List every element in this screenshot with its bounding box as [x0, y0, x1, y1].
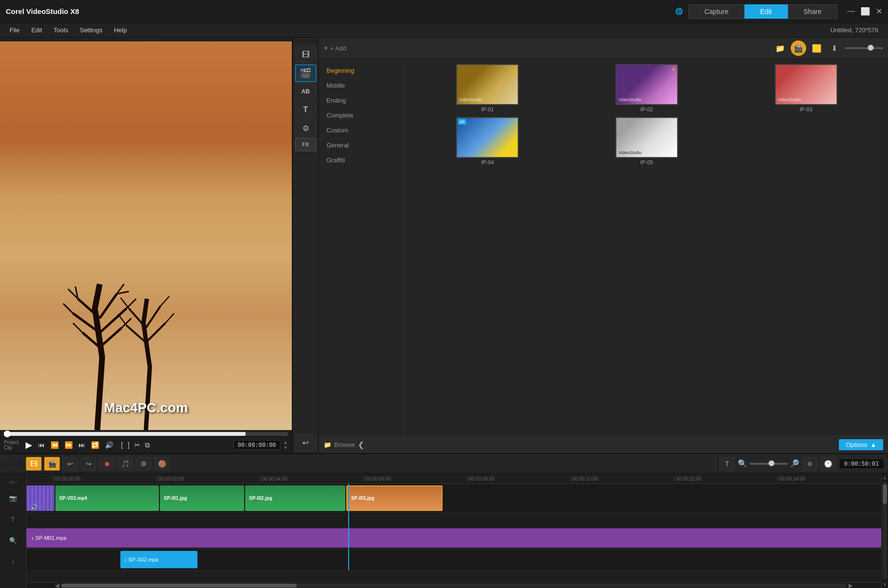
filter-icon[interactable]: 🟨	[810, 41, 823, 55]
options-button[interactable]: Options ▲	[839, 439, 883, 450]
prev-frame-button[interactable]: ⏪	[49, 440, 61, 450]
thumb-ip05[interactable]: VideoStudio IP-05	[570, 117, 724, 165]
menu-help[interactable]: Help	[109, 25, 132, 36]
minimize-button[interactable]: —	[847, 7, 855, 16]
track-ctrl-camera[interactable]: 📷	[4, 491, 22, 505]
play-button[interactable]: ▶	[24, 439, 34, 451]
playhead-text	[348, 513, 349, 527]
clip-sp-v03[interactable]: SP-V03.mp4	[55, 485, 159, 511]
copy-button[interactable]: ⧉	[143, 440, 152, 450]
tl-btn-text-overlay[interactable]: T	[719, 457, 735, 470]
menu-file[interactable]: File	[5, 25, 25, 36]
thumb-ip03[interactable]: ★ VideoStudio IP-03	[729, 64, 883, 112]
transitions-icon[interactable]: 🎬	[791, 40, 806, 56]
title-bar: Corel VideoStudio X8 🌐 Capture Edit Shar…	[0, 0, 888, 23]
tl-btn-snap[interactable]: ⧈	[802, 457, 818, 470]
tool-titles[interactable]: T	[295, 101, 316, 118]
globe-icon[interactable]: 🌐	[675, 8, 683, 15]
tab-capture[interactable]: Capture	[689, 4, 744, 19]
zoom-in-icon[interactable]: 🔎	[790, 459, 799, 468]
category-custom[interactable]: Custom	[319, 123, 405, 138]
next-end-button[interactable]: ⏭	[77, 440, 87, 450]
tool-fx-label[interactable]: FX	[295, 138, 316, 151]
menu-tools[interactable]: Tools	[49, 25, 73, 36]
clip-sp-m01[interactable]: ♪ SP-M01.mpa	[26, 528, 881, 548]
title-tabs: Capture Edit Share	[689, 4, 837, 19]
menu-settings[interactable]: Settings	[75, 25, 107, 36]
size-slider[interactable]	[845, 47, 883, 49]
tl-btn-clock[interactable]: 🕐	[821, 457, 836, 470]
timeline-scrollbar[interactable]: ◀ ▶	[26, 582, 881, 588]
progress-track[interactable]	[4, 432, 288, 436]
tab-share[interactable]: Share	[788, 4, 837, 19]
collapse-arrow[interactable]: ❮	[358, 440, 364, 449]
tool-fx[interactable]: ⚙	[295, 119, 316, 137]
category-graffiti[interactable]: Graffiti	[319, 153, 405, 168]
progress-thumb[interactable]	[4, 431, 11, 437]
timecode-down[interactable]: ▼	[283, 445, 288, 450]
track-ctrl-add-video[interactable]: ＋/－	[4, 475, 22, 490]
menu-edit[interactable]: Edit	[26, 25, 47, 36]
tl-btn-record[interactable]: ⏺	[99, 457, 115, 470]
folder-icon[interactable]: 📁	[773, 41, 787, 55]
tl-btn-storyboard[interactable]: 🎬	[44, 457, 60, 470]
thumb-ip02[interactable]: ★ VideoStudio IP-02	[570, 64, 724, 112]
restore-button[interactable]: ⬜	[861, 7, 870, 16]
scrollbar-thumb	[61, 584, 297, 588]
category-ending[interactable]: Ending	[319, 93, 405, 108]
thumb-img-ip01: ★ VideoStudio	[456, 64, 519, 105]
tl-btn-video[interactable]: 🎞	[26, 457, 41, 470]
track-ctrl-title[interactable]: T	[4, 512, 22, 526]
clip-sp-i03[interactable]: SP-I03.jpg	[346, 485, 443, 511]
clip-sp-i01[interactable]: SP-I01.jpg	[160, 485, 244, 511]
tab-edit[interactable]: Edit	[744, 4, 788, 19]
browse-button[interactable]: 📁 Browse	[324, 441, 355, 448]
category-complete[interactable]: Complete	[319, 108, 405, 123]
add-button[interactable]: + + Add	[324, 44, 346, 52]
tool-video[interactable]: 🎞	[295, 46, 316, 64]
zoom-out-icon[interactable]: 🔍	[738, 459, 747, 468]
tool-transitions[interactable]: 🎬	[295, 65, 316, 82]
thumb-label-ip04: IP-04	[481, 159, 494, 165]
browse-bar: 📁 Browse ❮ Options ▲	[319, 436, 888, 453]
track-ctrl-fx[interactable]: 🔍	[4, 533, 22, 548]
tool-text[interactable]: AB	[295, 83, 316, 100]
out-point-button[interactable]: ]	[126, 440, 131, 450]
cut-button[interactable]: ✂	[132, 440, 142, 450]
timeline-main: ＋/－ 📷 T 🔍 ♪ 00:00:00:00	[0, 473, 888, 588]
download-icon[interactable]: ⬇	[827, 41, 841, 55]
thumb-ip04[interactable]: 4K IP-04	[410, 117, 565, 165]
app-title: Corel VideoStudio X8	[6, 7, 675, 15]
clip-sp-s02[interactable]: ♪ SP-S02.mpa	[120, 551, 197, 568]
right-scrollbar[interactable]: ▲ ▼	[881, 473, 888, 588]
tl-btn-redo[interactable]: ↪	[81, 457, 96, 470]
v-scrollbar-track[interactable]	[883, 482, 887, 579]
thumb-img-ip02: ★ VideoStudio	[615, 64, 678, 105]
redo-tl-icon: ↪	[86, 460, 91, 468]
in-point-button[interactable]: [	[119, 440, 125, 450]
scroll-up-button[interactable]: ▲	[882, 473, 888, 481]
media-panel: + + Add 📁 🎬 🟨 ⬇ Beginning Middle Ending …	[319, 38, 888, 453]
tl-btn-media[interactable]: 🟤	[154, 457, 170, 470]
tl-btn-audio[interactable]: 🎵	[118, 457, 133, 470]
category-middle[interactable]: Middle	[319, 78, 405, 93]
repeat-button[interactable]: 🔁	[89, 440, 101, 450]
category-beginning[interactable]: Beginning	[319, 63, 405, 78]
clip-sp-i02[interactable]: SP-I02.jpg	[245, 485, 345, 511]
video-preview: Mac4PC.com	[0, 41, 292, 430]
timecode-up[interactable]: ▲	[283, 440, 288, 445]
zoom-slider[interactable]	[749, 463, 788, 465]
tl-btn-fx[interactable]: ⚙	[136, 457, 151, 470]
prev-start-button[interactable]: ⏮	[36, 440, 47, 450]
tl-btn-undo[interactable]: ↩	[63, 457, 78, 470]
track-ctrl-music[interactable]: ♪	[4, 554, 22, 569]
tool-undo[interactable]: ↩	[295, 434, 316, 451]
category-general[interactable]: General	[319, 138, 405, 153]
scrollbar-track[interactable]	[61, 584, 847, 588]
next-frame-button[interactable]: ⏩	[63, 440, 75, 450]
media-toolbar: + + Add 📁 🎬 🟨 ⬇	[319, 38, 888, 59]
scroll-down-button[interactable]: ▼	[882, 580, 888, 588]
volume-button[interactable]: 🔊	[103, 440, 115, 450]
thumb-ip01[interactable]: ★ VideoStudio IP-01	[410, 64, 565, 112]
close-button[interactable]: ✕	[876, 7, 882, 16]
